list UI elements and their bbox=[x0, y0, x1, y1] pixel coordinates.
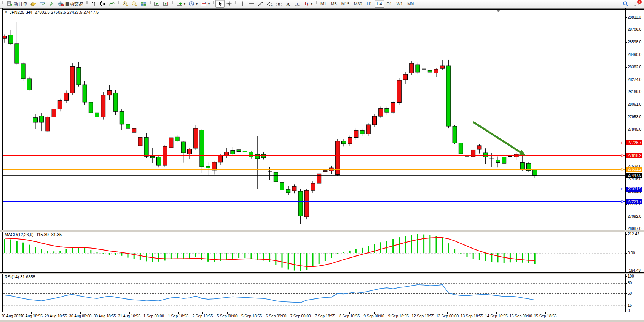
axis-tick bbox=[625, 283, 627, 284]
periods-button-dropdown-icon[interactable]: ▾ bbox=[196, 2, 198, 6]
toolbar-grip[interactable] bbox=[86, 1, 88, 6]
tf-m1[interactable]: M1 bbox=[318, 0, 328, 8]
time-tick-label: 26 Aug 2022 bbox=[1, 314, 22, 318]
toolbar-grip[interactable] bbox=[213, 1, 214, 6]
line-chart-button[interactable] bbox=[107, 0, 116, 8]
tf-d1[interactable]: D1 bbox=[384, 0, 394, 8]
indicators-button-dropdown-icon[interactable]: ▾ bbox=[184, 2, 185, 6]
new-order-button-label: 新订单 bbox=[14, 1, 27, 7]
toolbar-grip[interactable] bbox=[2, 1, 3, 6]
panel-separator-bar[interactable] bbox=[0, 230, 644, 232]
rsi-tick-label: 100 bbox=[628, 274, 634, 278]
toolbar-grip[interactable] bbox=[316, 1, 317, 6]
tf-m15-label: M15 bbox=[341, 2, 349, 6]
notifications-button[interactable]: 1 bbox=[632, 0, 641, 8]
axis-tick bbox=[625, 306, 627, 306]
toolbar-grip[interactable] bbox=[150, 1, 151, 6]
price-line-badge: 27331.5 bbox=[626, 187, 642, 192]
time-axis[interactable]: 26 Aug 202226 Aug 18:5529 Aug 10:5530 Au… bbox=[0, 312, 644, 320]
chart-title[interactable]: ▼JPN225-,H4 27502.5 27502.5 27427.5 2744… bbox=[4, 10, 99, 14]
time-tick bbox=[447, 312, 448, 314]
tile-icon bbox=[140, 1, 147, 7]
chart-menu-triangle-icon[interactable]: ▼ bbox=[5, 11, 8, 14]
tf-m15[interactable]: M15 bbox=[339, 0, 352, 8]
axis-tick bbox=[625, 311, 627, 311]
zoom-in-button[interactable] bbox=[121, 0, 130, 8]
toolbar-grip[interactable] bbox=[235, 1, 236, 6]
tile-windows-button[interactable] bbox=[139, 0, 148, 8]
time-tick bbox=[349, 312, 350, 314]
crosshair-button[interactable] bbox=[225, 0, 234, 8]
bar-chart-button[interactable] bbox=[89, 0, 98, 8]
price-line-badge: 27618.2 bbox=[626, 153, 642, 158]
time-tick-label: 12 Sep 10:55 bbox=[411, 314, 434, 318]
rsi-panel[interactable] bbox=[0, 274, 644, 312]
axis-tick bbox=[625, 234, 627, 235]
templates-button[interactable]: ▾ bbox=[199, 0, 211, 8]
tf-h1[interactable]: H1 bbox=[364, 0, 374, 8]
equidistant-channel-button[interactable]: E bbox=[265, 0, 274, 8]
new-order-button[interactable]: 新订单 bbox=[5, 0, 29, 8]
signals-button[interactable] bbox=[47, 0, 56, 8]
time-tick-label: 15 Sep 00:00 bbox=[510, 314, 532, 318]
search-button[interactable] bbox=[621, 0, 630, 8]
text-button[interactable]: A bbox=[284, 0, 293, 8]
tf-mn[interactable]: MN bbox=[405, 0, 416, 8]
time-tick bbox=[154, 312, 154, 314]
periods-button[interactable]: ▾ bbox=[187, 0, 199, 8]
axis-tick bbox=[625, 276, 627, 277]
time-tick-label: 5 Sep 00:00 bbox=[217, 314, 238, 318]
time-tick-label: 15 Sep 18:55 bbox=[534, 314, 557, 318]
rsi-tick-label: 50 bbox=[628, 291, 632, 295]
svg-text:F: F bbox=[278, 3, 280, 6]
doc-plus-icon bbox=[6, 1, 13, 7]
text-label-button[interactable]: T bbox=[293, 0, 302, 8]
tf-w1[interactable]: W1 bbox=[394, 0, 405, 8]
arrows-button[interactable]: ▾ bbox=[302, 0, 314, 8]
macd-tick-label: 0.00 bbox=[628, 251, 635, 255]
chart-shift-button[interactable] bbox=[161, 0, 171, 8]
templates-button-dropdown-icon[interactable]: ▾ bbox=[208, 2, 210, 6]
axis-tick bbox=[625, 92, 627, 92]
axis-tick bbox=[625, 179, 627, 179]
toolbar-grip[interactable] bbox=[118, 1, 119, 6]
panel-separator-bar-2[interactable] bbox=[0, 273, 644, 274]
time-tick-label: 13 Sep 00:00 bbox=[436, 314, 459, 318]
auto-trading-button-label: 自动交易 bbox=[65, 1, 83, 7]
price-tick-label: 28274.0 bbox=[628, 78, 641, 82]
toolbar-right: 1 bbox=[621, 0, 643, 8]
indicators-button[interactable]: ▾ bbox=[175, 0, 187, 8]
macd-panel[interactable] bbox=[0, 232, 644, 272]
time-tick-label: 9 Sep 18:55 bbox=[388, 314, 409, 318]
axis-tick bbox=[625, 55, 627, 55]
price-tick-label: 28706.0 bbox=[628, 27, 641, 32]
price-tick-label: 27092.0 bbox=[628, 214, 641, 219]
rsi-tick-label: 80 bbox=[628, 281, 632, 285]
zoom-out-button[interactable] bbox=[130, 0, 139, 8]
market-watch-button[interactable] bbox=[29, 0, 38, 8]
chartshift-icon bbox=[163, 1, 169, 7]
auto-scroll-button[interactable] bbox=[152, 0, 161, 8]
candlestick-chart-button[interactable] bbox=[98, 0, 107, 8]
tf-m30[interactable]: M30 bbox=[352, 0, 364, 8]
price-tick-label: 27953.0 bbox=[628, 115, 641, 119]
toolbar-grip[interactable] bbox=[172, 1, 173, 6]
arrows-button-dropdown-icon[interactable]: ▾ bbox=[311, 2, 312, 6]
autotrade-icon bbox=[58, 1, 64, 7]
data-window-button[interactable] bbox=[38, 0, 47, 8]
chart-shift-marker-icon[interactable] bbox=[496, 10, 500, 12]
auto-trading-button[interactable]: 自动交易 bbox=[56, 0, 85, 8]
horizontal-line-button[interactable] bbox=[247, 0, 256, 8]
crosshair-icon bbox=[226, 1, 232, 7]
cursor-button[interactable] bbox=[215, 0, 225, 8]
vertical-line-button[interactable] bbox=[238, 0, 247, 8]
price-tick-label: 28382.0 bbox=[628, 65, 641, 69]
tf-h4[interactable]: H4 bbox=[375, 0, 384, 8]
price-chart-panel[interactable] bbox=[0, 9, 644, 230]
fibonacci-button[interactable]: F bbox=[274, 0, 284, 8]
axis-tick bbox=[625, 117, 627, 117]
trendline-button[interactable] bbox=[256, 0, 265, 8]
time-tick bbox=[7, 312, 7, 314]
tf-m5[interactable]: M5 bbox=[328, 0, 339, 8]
time-tick-label: 1 Sep 00:00 bbox=[143, 314, 164, 318]
